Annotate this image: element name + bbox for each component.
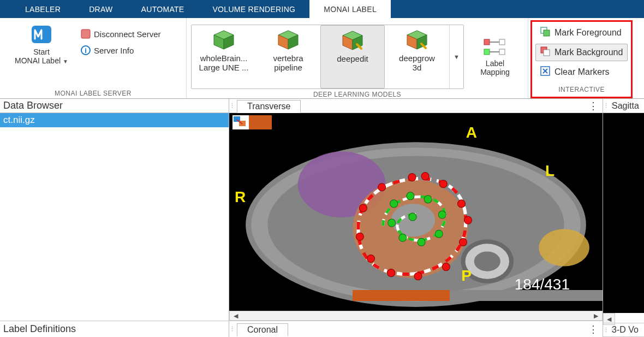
label-mapping-button[interactable]: Label Mapping	[472, 34, 518, 76]
ribbon-group-title-interactive: INTERACTIVE	[535, 84, 628, 94]
tab-volume-rendering[interactable]: VOLUME RENDERING	[198, 0, 309, 18]
viewer-menu-button[interactable]: ⋮	[588, 100, 599, 112]
svg-point-46	[359, 204, 367, 212]
data-browser-empty	[0, 127, 229, 321]
svg-point-41	[442, 263, 450, 271]
pane-grip-icon[interactable]: ⋮⋮	[603, 327, 610, 334]
pane-grip-icon[interactable]: ⋮⋮	[229, 102, 236, 109]
model-wholebrain[interactable]: wholeBrain... Large UNE ...	[192, 25, 256, 88]
svg-rect-1	[81, 29, 90, 38]
viewer-tabs: ⋮⋮ Transverse ⋮	[229, 99, 603, 113]
mapping-icon	[483, 38, 507, 59]
viewer-tab-sagittal[interactable]: Sagitta	[610, 101, 639, 111]
top-nav: LABELER DRAW AUTOMATE VOLUME RENDERING M…	[0, 0, 644, 18]
viewer-tab-transverse[interactable]: Transverse	[237, 100, 301, 113]
ribbon-group-interactive: Mark Foreground Mark Background Clear Ma…	[528, 18, 644, 98]
disconnect-icon	[81, 29, 91, 39]
svg-rect-21	[544, 30, 550, 36]
ribbon: Start MONAI Label▼ Disconnect Server i S…	[0, 18, 644, 99]
right-sliver: ⋮⋮ Sagitta ◀ ⋮⋮ 3-D Vo	[603, 99, 644, 337]
ribbon-group-models: wholeBrain... Large UNE ... vertebra pip…	[187, 18, 528, 98]
viewer-scrollbar[interactable]: ◀ ▶	[229, 311, 603, 321]
center-pane: ⋮⋮ Transverse ⋮	[229, 99, 603, 337]
viewer-orange-block	[249, 115, 272, 129]
svg-rect-23	[544, 50, 550, 56]
orientation-P: P	[461, 267, 472, 285]
svg-point-35	[408, 174, 416, 181]
svg-point-54	[399, 234, 407, 241]
mark-foreground-button[interactable]: Mark Foreground	[535, 24, 628, 42]
viewer-corner-icon[interactable]	[232, 115, 249, 129]
data-browser-file[interactable]: ct.nii.gz	[0, 113, 229, 127]
cube-icon	[212, 29, 236, 50]
label-definitions-title: Label Definitions	[0, 321, 229, 337]
foreground-icon	[540, 27, 550, 39]
svg-point-47	[378, 184, 386, 191]
clear-markers-button[interactable]: Clear Markers	[535, 63, 628, 81]
models-list: wholeBrain... Large UNE ... vertebra pip…	[191, 25, 464, 89]
svg-point-44	[367, 255, 374, 262]
pane-grip-icon[interactable]: ⋮⋮	[603, 102, 610, 109]
tab-draw[interactable]: DRAW	[75, 0, 127, 18]
chevron-down-icon: ▼	[63, 58, 68, 64]
svg-point-45	[356, 233, 363, 240]
svg-point-38	[457, 200, 465, 208]
svg-point-42	[414, 273, 422, 280]
mark-background-button[interactable]: Mark Background	[535, 44, 628, 61]
slice-viewer[interactable]: R A L P 184/431	[229, 113, 603, 311]
tab-automate[interactable]: AUTOMATE	[127, 0, 199, 18]
viewer-menu-button[interactable]: ⋮	[588, 323, 599, 335]
viewer-tab-coronal[interactable]: Coronal	[237, 323, 288, 336]
svg-rect-16	[484, 39, 490, 45]
svg-point-29	[539, 229, 589, 266]
tab-labeler[interactable]: LABELER	[11, 0, 75, 18]
background-icon	[540, 46, 550, 58]
model-deepgrow3d[interactable]: deepgrow 3d	[385, 25, 449, 88]
clear-icon	[540, 66, 550, 78]
svg-point-39	[464, 216, 472, 224]
svg-point-32	[474, 251, 500, 271]
scroll-right-icon[interactable]: ▶	[590, 311, 602, 320]
viewer-tab-3d[interactable]: 3-D Vo	[610, 325, 639, 335]
pane-grip-icon[interactable]: ⋮⋮	[229, 326, 236, 333]
svg-point-52	[435, 230, 443, 238]
server-info-button[interactable]: i Server Info	[81, 45, 161, 55]
scroll-left-icon[interactable]: ◀	[230, 311, 242, 320]
viewer-progress-bar	[229, 290, 603, 301]
disconnect-server-button[interactable]: Disconnect Server	[81, 29, 161, 39]
start-btn-line2: MONAI Label▼	[15, 56, 68, 65]
orientation-R: R	[235, 188, 246, 206]
viewer-tabs-coronal: ⋮⋮ Coronal ⋮	[229, 321, 603, 337]
start-btn-line1: Start	[33, 48, 50, 56]
svg-point-37	[439, 180, 447, 188]
cube-edit-icon	[405, 29, 429, 50]
workspace: Data Browser ct.nii.gz Label Definitions…	[0, 99, 644, 337]
svg-rect-19	[499, 49, 505, 55]
model-vertebra[interactable]: vertebra pipeline	[256, 25, 320, 88]
svg-point-51	[438, 211, 446, 218]
left-pane: Data Browser ct.nii.gz Label Definitions	[0, 99, 229, 337]
ribbon-group-server: Start MONAI Label▼ Disconnect Server i S…	[0, 18, 187, 98]
svg-rect-18	[499, 39, 505, 45]
svg-point-43	[387, 269, 395, 277]
interactive-highlight: Mark Foreground Mark Background Clear Ma…	[530, 20, 633, 98]
svg-point-40	[459, 238, 467, 246]
svg-point-53	[418, 238, 425, 246]
svg-point-56	[409, 213, 416, 221]
orientation-A: A	[466, 124, 477, 141]
svg-point-50	[424, 196, 432, 203]
sagittal-view[interactable]	[603, 113, 644, 313]
svg-text:i: i	[85, 46, 87, 55]
svg-point-55	[388, 219, 396, 227]
monai-logo-icon	[31, 23, 52, 45]
models-dropdown[interactable]: ▼	[449, 25, 463, 88]
start-monai-label-button[interactable]: Start MONAI Label▼	[4, 21, 79, 65]
orientation-L: L	[545, 162, 554, 180]
cube-icon	[276, 29, 300, 50]
tab-monai-label[interactable]: MONAI LABEL	[309, 0, 391, 18]
ribbon-group-title-server: MONAI LABEL SERVER	[0, 88, 186, 98]
cube-edit-icon	[341, 30, 365, 51]
model-deepedit[interactable]: deepedit	[320, 25, 385, 88]
svg-rect-17	[484, 49, 490, 55]
ribbon-group-title-models: DEEP LEARNING MODELS	[187, 89, 528, 99]
